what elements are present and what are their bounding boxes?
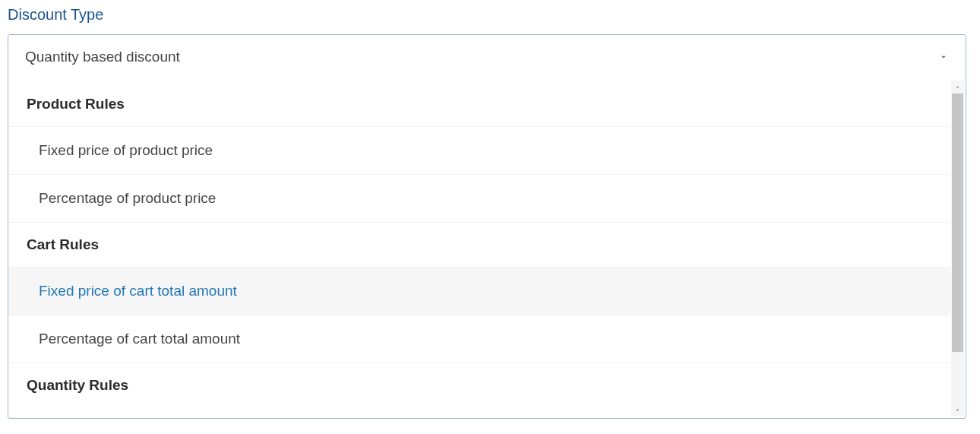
option-percentage-product[interactable]: Percentage of product price bbox=[8, 174, 950, 222]
scrollbar-thumb[interactable] bbox=[952, 93, 963, 352]
option-percentage-cart[interactable]: Percentage of cart total amount bbox=[8, 315, 950, 363]
scrollbar-up-arrow-icon[interactable] bbox=[951, 81, 964, 93]
field-label: Discount Type bbox=[8, 6, 972, 24]
option-fixed-price-cart[interactable]: Fixed price of cart total amount bbox=[8, 267, 950, 315]
scrollbar[interactable] bbox=[951, 81, 964, 417]
option-fixed-price-product[interactable]: Fixed price of product price bbox=[8, 126, 950, 174]
optgroup-product-rules: Product Rules bbox=[8, 79, 950, 126]
dropdown-panel: Product Rules Fixed price of product pri… bbox=[8, 79, 966, 418]
select-value: Quantity based discount bbox=[25, 49, 180, 65]
chevron-down-icon bbox=[938, 52, 949, 62]
optgroup-quantity-rules: Quantity Rules bbox=[8, 363, 950, 394]
dropdown-list: Product Rules Fixed price of product pri… bbox=[8, 79, 966, 418]
optgroup-cart-rules: Cart Rules bbox=[8, 222, 950, 267]
discount-type-select[interactable]: Quantity based discount Product Rules Fi… bbox=[8, 34, 966, 419]
select-header[interactable]: Quantity based discount bbox=[8, 35, 966, 79]
scrollbar-down-arrow-icon[interactable] bbox=[951, 404, 964, 417]
